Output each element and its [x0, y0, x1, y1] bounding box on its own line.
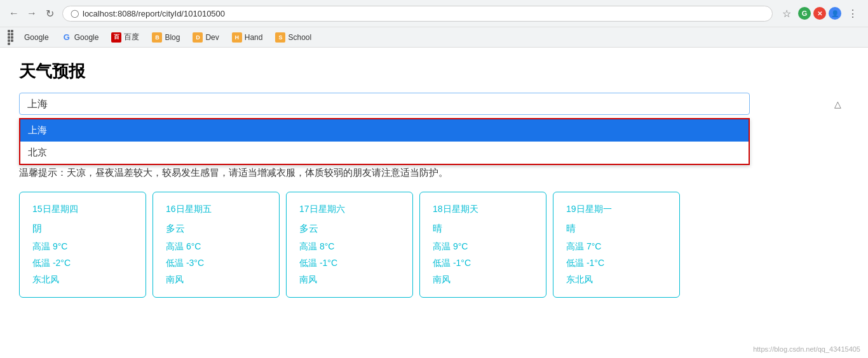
bookmark-dev-label: Dev — [205, 33, 219, 42]
back-button[interactable]: ← — [6, 6, 22, 21]
card-wind-1: 南风 — [166, 274, 266, 286]
more-button[interactable]: ⋮ — [844, 4, 862, 22]
select-arrow-icon: △ — [834, 99, 841, 109]
bookmark-apps[interactable]: Google — [19, 32, 54, 43]
card-low-4: 低温 -1°C — [566, 258, 667, 269]
weather-card-0: 15日星期四 阴 高温 9°C 低温 -2°C 东北风 — [19, 192, 146, 298]
card-date-2: 17日星期六 — [299, 204, 400, 215]
weather-card-2: 17日星期六 多云 高温 8°C 低温 -1°C 南风 — [286, 192, 413, 298]
tip-line: 温馨提示：天凉，昼夜温差较大，较易发生感冒，请适当增减衣服，体质较弱的朋友请注意… — [19, 167, 849, 179]
bookmark-google[interactable]: G Google — [57, 31, 104, 44]
browser-actions: ☆ G ✕ 👤 ⋮ — [778, 4, 862, 22]
dev-favicon: D — [193, 32, 203, 43]
nav-buttons: ← → ↻ — [6, 6, 57, 21]
ext-user-icon[interactable]: 👤 — [829, 7, 841, 20]
card-high-3: 高温 9°C — [433, 241, 533, 253]
bookmark-baidu-label: 百度 — [124, 32, 139, 43]
bookmark-hand-label: Hand — [245, 33, 263, 42]
card-wind-3: 南风 — [433, 274, 533, 286]
forward-button[interactable]: → — [24, 6, 39, 21]
browser-toolbar: ← → ↻ ◯ ☆ G ✕ 👤 ⋮ — [0, 0, 868, 27]
bookmark-blog[interactable]: B Blog — [147, 31, 185, 44]
card-low-1: 低温 -3°C — [166, 258, 266, 269]
card-date-4: 19日星期一 — [566, 204, 667, 215]
bookmarks-bar: Google G Google 百 百度 B Blog D Dev H Hand… — [0, 27, 868, 47]
apps-grid-icon[interactable] — [6, 29, 17, 46]
card-high-0: 高温 9°C — [32, 241, 133, 253]
bookmark-dev[interactable]: D Dev — [187, 31, 224, 44]
google-favicon: G — [62, 32, 72, 43]
ext-close-icon[interactable]: ✕ — [813, 7, 826, 20]
dropdown-option-beijing[interactable]: 北京 — [20, 142, 749, 164]
card-wind-2: 南风 — [299, 274, 400, 286]
hand-favicon: H — [232, 32, 242, 43]
card-weather-4: 晴 — [566, 223, 667, 235]
card-date-3: 18日星期天 — [433, 204, 533, 215]
blog-favicon: B — [152, 32, 162, 43]
card-high-4: 高温 7°C — [566, 241, 667, 253]
card-weather-0: 阴 — [32, 223, 133, 235]
lock-icon: ◯ — [71, 9, 79, 18]
address-input[interactable] — [83, 9, 764, 18]
bookmark-school[interactable]: S School — [270, 31, 316, 44]
weather-card-1: 16日星期五 多云 高温 6°C 低温 -3°C 南风 — [153, 192, 280, 298]
city-select-wrapper: 上海 北京 △ 上海 北京 — [19, 93, 849, 115]
card-weather-2: 多云 — [299, 223, 400, 235]
reload-button[interactable]: ↻ — [42, 6, 57, 21]
card-wind-4: 东北风 — [566, 274, 667, 286]
browser-chrome: ← → ↻ ◯ ☆ G ✕ 👤 ⋮ Google G Google — [0, 0, 868, 48]
card-low-3: 低温 -1°C — [433, 258, 533, 269]
page-title: 天气预报 — [19, 60, 849, 83]
weather-cards: 15日星期四 阴 高温 9°C 低温 -2°C 东北风 16日星期五 多云 高温… — [19, 192, 849, 298]
card-high-2: 高温 8°C — [299, 241, 400, 253]
bookmark-baidu[interactable]: 百 百度 — [106, 30, 144, 44]
dropdown-option-shanghai[interactable]: 上海 — [20, 119, 749, 142]
card-date-1: 16日星期五 — [166, 204, 266, 215]
card-wind-0: 东北风 — [32, 274, 133, 286]
page-content: 天气预报 上海 北京 △ 上海 北京 空气质量指数: 当前温度: 8 温馨提示：… — [0, 48, 868, 310]
card-low-0: 低温 -2°C — [32, 258, 133, 269]
bookmark-apps-label: Google — [24, 33, 49, 42]
bookmark-google-label: Google — [74, 33, 99, 42]
city-dropdown[interactable]: 上海 北京 — [19, 118, 750, 165]
bookmark-blog-label: Blog — [165, 33, 180, 42]
city-select[interactable]: 上海 北京 — [19, 93, 750, 115]
ext-google-icon[interactable]: G — [798, 7, 811, 20]
bookmark-hand[interactable]: H Hand — [227, 31, 268, 44]
weather-card-4: 19日星期一 晴 高温 7°C 低温 -1°C 东北风 — [553, 192, 680, 298]
card-high-1: 高温 6°C — [166, 241, 266, 253]
bookmark-school-label: School — [288, 33, 311, 42]
card-date-0: 15日星期四 — [32, 204, 133, 215]
address-bar[interactable]: ◯ — [62, 6, 773, 22]
card-weather-1: 多云 — [166, 223, 266, 235]
baidu-favicon: 百 — [111, 32, 121, 43]
weather-card-3: 18日星期天 晴 高温 9°C 低温 -1°C 南风 — [419, 192, 546, 298]
card-low-2: 低温 -1°C — [299, 258, 400, 269]
card-weather-3: 晴 — [433, 223, 533, 235]
star-button[interactable]: ☆ — [778, 4, 796, 22]
school-favicon: S — [275, 32, 285, 43]
